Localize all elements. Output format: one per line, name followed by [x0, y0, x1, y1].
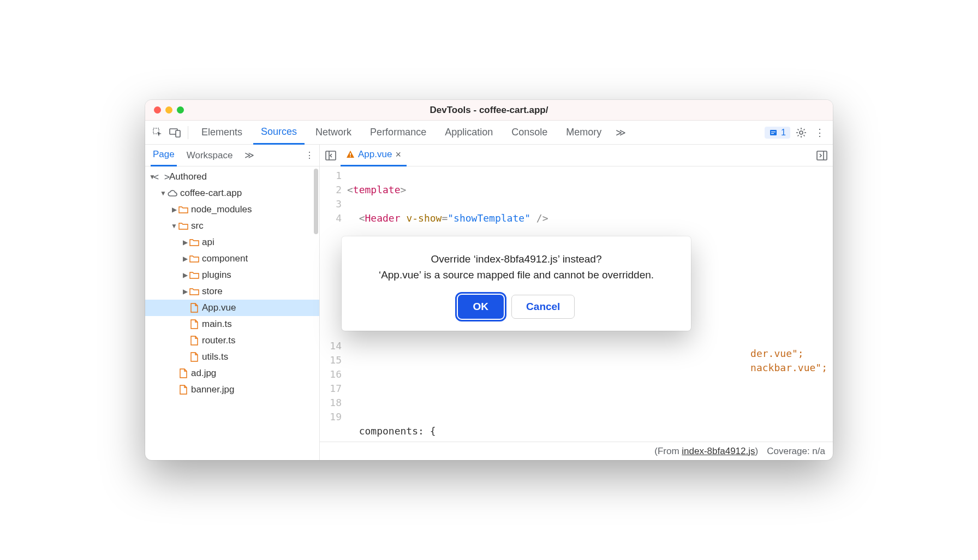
tab-memory[interactable]: Memory: [558, 121, 609, 145]
file-icon: [189, 352, 200, 362]
tab-performance[interactable]: Performance: [362, 121, 434, 145]
svg-rect-2: [176, 130, 180, 137]
devtools-window: DevTools - coffee-cart.app/ Elements Sou…: [145, 100, 833, 460]
svg-rect-3: [770, 130, 777, 135]
scrollbar-thumb[interactable]: [314, 169, 318, 234]
navigator-tabs-overflow[interactable]: ≫: [242, 145, 257, 166]
tree-folder-node_modules[interactable]: ▶node_modules: [145, 201, 319, 218]
folder-icon: [189, 239, 200, 246]
folder-icon: [189, 255, 200, 263]
svg-rect-4: [771, 132, 776, 132]
tree-folder-store[interactable]: ▶store: [145, 283, 319, 300]
navigator-sidebar: Page Workspace ≫ ⋮ ▼< >Authored ▼coffee-…: [145, 145, 320, 460]
issues-count: 1: [781, 128, 786, 138]
dialog-line1: Override ‘index-8bfa4912.js’ instead?: [355, 252, 678, 267]
dialog-buttons: OK Cancel: [355, 295, 678, 319]
status-coverage: Coverage: n/a: [767, 446, 825, 457]
navigator-tabs: Page Workspace ≫ ⋮: [145, 145, 319, 166]
inspect-element-icon[interactable]: [151, 126, 165, 140]
folder-icon: [178, 222, 189, 230]
partial-code-right: der.vue"; nackbar.vue";: [750, 347, 827, 375]
cloud-icon: [167, 189, 178, 197]
editor-tabs: App.vue ×: [320, 145, 833, 166]
zoom-window-button[interactable]: [177, 106, 184, 114]
tree-folder-api[interactable]: ▶api: [145, 234, 319, 251]
titlebar: DevTools - coffee-cart.app/: [145, 100, 833, 121]
toggle-debugger-icon[interactable]: [814, 148, 830, 163]
tab-console[interactable]: Console: [504, 121, 555, 145]
tab-elements[interactable]: Elements: [194, 121, 250, 145]
tree-authored[interactable]: ▼< >Authored: [145, 169, 319, 185]
tree-file-main-ts[interactable]: main.ts: [145, 316, 319, 332]
tabs-overflow[interactable]: ≫: [612, 121, 629, 145]
dialog-line2: ‘App.vue’ is a source mapped file and ca…: [355, 267, 678, 283]
navigator-more-icon[interactable]: ⋮: [305, 150, 314, 160]
more-menu-icon[interactable]: ⋮: [812, 127, 827, 139]
navigator-tab-page[interactable]: Page: [151, 145, 177, 166]
tree-file-router-ts[interactable]: router.ts: [145, 332, 319, 349]
divider: [188, 126, 188, 139]
svg-rect-10: [350, 156, 351, 157]
tab-sources[interactable]: Sources: [253, 121, 305, 145]
tree-domain[interactable]: ▼coffee-cart.app: [145, 185, 319, 201]
ok-button[interactable]: OK: [458, 295, 504, 319]
minimize-window-button[interactable]: [165, 106, 172, 114]
tree-folder-src[interactable]: ▼src: [145, 218, 319, 234]
window-title: DevTools - coffee-cart.app/: [145, 105, 833, 116]
issue-icon: [769, 128, 778, 137]
editor-tab-label: App.vue: [358, 149, 392, 160]
device-toolbar-icon[interactable]: [168, 126, 182, 140]
file-icon: [178, 368, 189, 378]
editor-statusbar: (From index-8bfa4912.js) Coverage: n/a: [320, 442, 833, 460]
svg-rect-5: [771, 133, 774, 134]
tree-file-utils-ts[interactable]: utils.ts: [145, 349, 319, 365]
tree-file-banner-jpg[interactable]: banner.jpg: [145, 382, 319, 398]
toggle-navigator-icon[interactable]: [323, 148, 338, 163]
override-dialog: Override ‘index-8bfa4912.js’ instead? ‘A…: [342, 236, 691, 331]
folder-icon: [189, 271, 200, 279]
warning-icon: [346, 150, 355, 159]
tree-folder-component[interactable]: ▶component: [145, 251, 319, 267]
cancel-button[interactable]: Cancel: [511, 295, 575, 319]
tree-file-app-vue[interactable]: App.vue: [145, 300, 319, 316]
editor-tab-app-vue[interactable]: App.vue ×: [341, 145, 407, 166]
issues-badge[interactable]: 1: [765, 127, 790, 139]
main-tab-bar: Elements Sources Network Performance App…: [145, 121, 833, 145]
close-window-button[interactable]: [154, 106, 161, 114]
folder-icon: [178, 206, 189, 213]
file-icon: [189, 336, 200, 345]
file-icon: [178, 385, 189, 395]
folder-icon: [189, 288, 200, 295]
tab-application[interactable]: Application: [437, 121, 500, 145]
svg-point-6: [800, 131, 803, 134]
close-tab-icon[interactable]: ×: [395, 149, 401, 160]
settings-icon[interactable]: [794, 127, 809, 138]
status-from[interactable]: (From index-8bfa4912.js): [654, 446, 758, 457]
file-icon: [189, 303, 200, 313]
navigator-tab-workspace[interactable]: Workspace: [184, 145, 235, 166]
svg-rect-9: [350, 153, 351, 156]
traffic-lights: [145, 106, 184, 114]
tree-folder-plugins[interactable]: ▶plugins: [145, 267, 319, 283]
file-icon: [189, 319, 200, 329]
tab-network[interactable]: Network: [308, 121, 359, 145]
tree-file-ad-jpg[interactable]: ad.jpg: [145, 365, 319, 382]
file-tree: ▼< >Authored ▼coffee-cart.app ▶node_modu…: [145, 166, 319, 460]
